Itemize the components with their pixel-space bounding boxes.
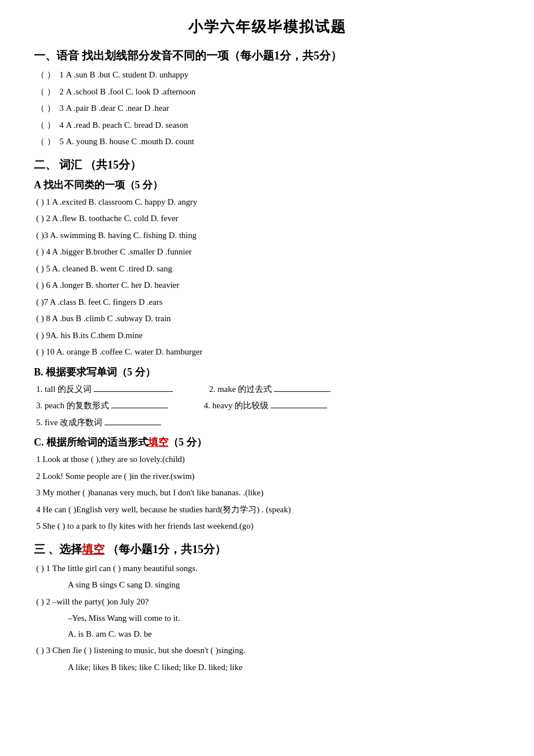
partC-questions: 1 Look at those ( ),they are so lovely.(… <box>34 452 500 534</box>
partB-row2-right: 4. heavy 的比较级 <box>204 399 330 413</box>
partA-q1: ( ) 1 A .excited B. classroom C. happy D… <box>34 195 500 210</box>
partA-q3: ( )3 A. swimming B. having C. fishing D.… <box>34 228 500 243</box>
sec3-q3-options: A like; likes B likes; like C liked; lik… <box>34 660 500 675</box>
fill-1 <box>94 391 173 392</box>
partA-q4: ( ) 4 A .bigger B.brother C .smaller D .… <box>34 245 500 260</box>
section1-title-text: 一、语音 找出划线部分发音不同的一项（每小题 <box>34 49 274 62</box>
partC-q5: 5 She ( ) to a park to fly kites with he… <box>34 519 500 534</box>
q1-1: （ ） 1 A .sun B .but C. student D. unhapp… <box>34 68 500 83</box>
fill-4 <box>271 408 327 408</box>
page-title: 小学六年级毕模拟试题 <box>34 17 500 37</box>
partB-row2: 3. peach 的复数形式 4. heavy 的比较级 <box>34 399 500 413</box>
partA-title: A 找出不同类的一项（5 分） <box>34 178 500 192</box>
partB-row1: 1. tall 的反义词 2. make 的过去式 <box>34 382 500 397</box>
partA-questions: ( ) 1 A .excited B. classroom C. happy D… <box>34 195 500 360</box>
partA-q7: ( )7 A .class B. feet C. fingers D .ears <box>34 295 500 310</box>
partA-q5: ( ) 5 A. cleaned B. went C .tired D. san… <box>34 262 500 277</box>
partC-q2: 2 Look! Some people are ( )in the river.… <box>34 469 500 484</box>
partA-q8: ( ) 8 A .bus B .climb C .subway D. train <box>34 312 500 326</box>
partB-content: 1. tall 的反义词 2. make 的过去式 3. peach 的复数形式… <box>34 382 500 430</box>
sec3-q2-stem: ( ) 2 –will the party( )on July 20? <box>34 595 500 610</box>
partC-q1: 1 Look at those ( ),they are so lovely.(… <box>34 452 500 467</box>
section1-title2: 分，共 <box>280 49 314 62</box>
partC-title: C. 根据所给词的适当形式填空（5 分） <box>34 435 500 449</box>
q1-2: （ ） 2 A .school B .fool C. look D .after… <box>34 85 500 100</box>
sec3-q2-options: A. is B. am C. was D. be <box>34 627 500 642</box>
section1-title: 一、语音 找出划线部分发音不同的一项（每小题1分，共5分） <box>34 48 500 63</box>
section1-title3: 分） <box>319 49 342 62</box>
partB-row3: 5. five 改成序数词 <box>34 416 500 430</box>
q1-5: （ ） 5 A. young B. house C .mouth D. coun… <box>34 135 500 149</box>
section1-bold2: 5 <box>314 49 319 62</box>
fill-2 <box>274 391 331 392</box>
q1-4: （ ） 4 A .read B. peach C. bread D. seaso… <box>34 118 500 133</box>
section1-questions: （ ） 1 A .sun B .but C. student D. unhapp… <box>34 68 500 149</box>
partA-q10: ( ) 10 A. orange B .coffee C. water D. h… <box>34 345 500 360</box>
partC-q4: 4 He can ( )English very well, because h… <box>34 503 500 517</box>
fill-5 <box>105 425 161 425</box>
partA-q6: ( ) 6 A .longer B. shorter C. her D. hea… <box>34 278 500 293</box>
partB-title: B. 根据要求写单词（5 分） <box>34 365 500 379</box>
partA-q2: ( ) 2 A .flew B. toothache C. cold D. fe… <box>34 211 500 226</box>
sec3-q2-sub: –Yes, Miss Wang will come to it. <box>34 611 500 626</box>
sec3-q1-options: A sing B sings C sang D. singing <box>34 578 500 593</box>
partB-row1-left: 1. tall 的反义词 <box>36 382 175 397</box>
partB-row1-right: 2. make 的过去式 <box>209 382 333 397</box>
section3-title: 三 、选择填空 （每小题1分，共15分） <box>34 542 500 557</box>
sec3-q1-stem: ( ) 1 The little girl can ( ) many beaut… <box>34 561 500 576</box>
partA-q9: ( ) 9A. his B.its C.them D.mine <box>34 329 500 343</box>
partC-q3: 3 My mother ( )bananas very much, but I … <box>34 486 500 500</box>
section2-title: 二、 词汇 （共15分） <box>34 157 500 172</box>
sec3-q3-stem: ( ) 3 Chen Jie ( ) listening to music, b… <box>34 643 500 658</box>
partB-row2-left: 3. peach 的复数形式 <box>36 399 170 413</box>
fill-3 <box>111 408 168 408</box>
section1-bold1: 1 <box>274 49 280 62</box>
q1-3: （ ） 3 A .pair B .dear C .near D .hear <box>34 101 500 116</box>
section3-questions: ( ) 1 The little girl can ( ) many beaut… <box>34 561 500 675</box>
